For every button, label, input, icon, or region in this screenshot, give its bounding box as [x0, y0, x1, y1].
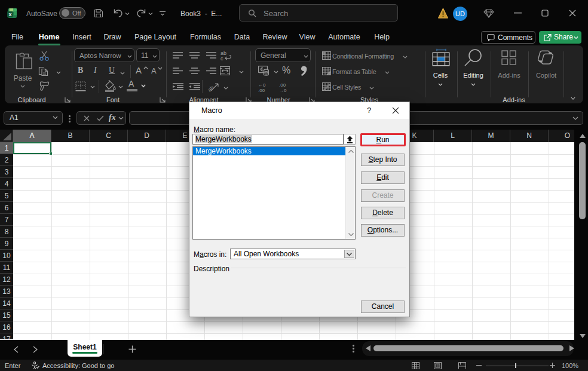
- svg-text:→0: →0: [279, 88, 287, 93]
- svg-text:x: x: [8, 11, 11, 17]
- svg-text:c: c: [220, 56, 223, 61]
- svg-text:.00: .00: [258, 88, 265, 93]
